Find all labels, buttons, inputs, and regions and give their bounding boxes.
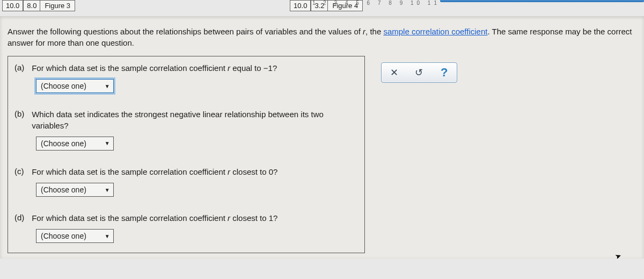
- q-a-label: (a): [14, 63, 30, 72]
- q-c-dropdown-text: (Choose one): [36, 185, 101, 194]
- chevron-down-icon: ▼: [101, 83, 113, 89]
- q-c-dropdown[interactable]: (Choose one) ▼: [36, 183, 114, 197]
- sample-correlation-link[interactable]: sample correlation coefficient: [383, 27, 487, 36]
- question-b: (b) Which data set indicates the stronge…: [8, 103, 364, 160]
- figure-3-row: 10.0 8.0 Figure 3: [2, 0, 75, 11]
- intro-part2: , the: [365, 27, 383, 36]
- q-c-label: (c): [14, 167, 30, 176]
- q-b-dropdown-text: (Choose one): [36, 139, 101, 148]
- q-b-text: Which data set indicates the strongest n…: [32, 109, 354, 131]
- question-d: (d) For which data set is the sample cor…: [8, 206, 364, 253]
- chevron-down-icon: ▼: [101, 140, 113, 146]
- q-a-dropdown-text: (Choose one): [36, 82, 101, 90]
- chevron-down-icon: ▼: [101, 187, 113, 193]
- mid-col1: 9.0: [290, 0, 307, 1]
- q-b-dropdown[interactable]: (Choose one) ▼: [36, 137, 114, 151]
- q-c-text: For which data set is the sample correla…: [32, 167, 354, 177]
- fig3-label: Figure 3: [40, 0, 75, 11]
- help-icon[interactable]: ?: [436, 66, 452, 80]
- toolbox-panel: ✕ ↺ ?: [381, 62, 457, 83]
- q-d-text: For which data set is the sample correla…: [32, 213, 354, 224]
- q-a-text: For which data set is the sample correla…: [32, 63, 354, 74]
- questions-box: (a) For which data set is the sample cor…: [8, 56, 365, 253]
- question-a: (a) For which data set is the sample cor…: [8, 56, 364, 103]
- chevron-down-icon: ▼: [101, 233, 113, 239]
- fig3-col2: 8.0: [23, 0, 40, 11]
- intro-part1: Answer the following questions about the…: [8, 27, 363, 36]
- q-a-dropdown[interactable]: (Choose one) ▼: [36, 79, 114, 93]
- q-b-label: (b): [14, 109, 30, 118]
- fig4-col1: 10.0: [290, 0, 311, 11]
- q-d-dropdown-text: (Choose one): [36, 232, 101, 240]
- intro-text: Answer the following questions about the…: [8, 26, 636, 48]
- q-d-dropdown[interactable]: (Choose one) ▼: [36, 229, 114, 243]
- q-d-label: (d): [14, 213, 30, 222]
- close-icon[interactable]: ✕: [386, 67, 402, 78]
- reset-icon[interactable]: ↺: [411, 67, 427, 78]
- fig3-col1: 10.0: [2, 0, 23, 11]
- question-c: (c) For which data set is the sample cor…: [8, 160, 364, 206]
- ruler-ticks: 1 2 3 4 5 6 7 8 9 10 11: [312, 0, 440, 6]
- cursor-icon: ➤: [614, 251, 623, 259]
- scrollbar-blue[interactable]: [440, 0, 644, 2]
